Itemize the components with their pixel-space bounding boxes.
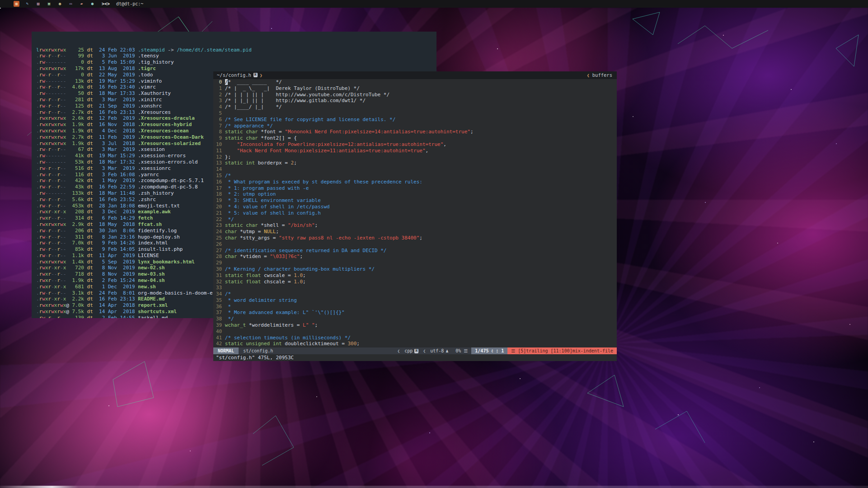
- file-size: 208: [72, 209, 84, 215]
- file-owner: dt: [87, 115, 93, 121]
- file-owner: dt: [87, 109, 93, 115]
- line-number: 9: [216, 135, 222, 141]
- permissions: .rwxrwxrwx@: [36, 309, 72, 315]
- code-line: 6/* See LICENSE file for copyright and l…: [216, 117, 617, 123]
- file-name: lynx_bookmarks.html: [138, 259, 195, 265]
- file-owner: dt: [87, 47, 93, 53]
- file-row: .rw-------0dt 5 Feb 15:09.tig_history: [36, 59, 432, 66]
- file-date: 14 Apr 2018: [99, 309, 135, 314]
- file-name: new-02.sh: [138, 265, 165, 271]
- permissions: .rw-------: [36, 59, 72, 66]
- line-number: 14: [216, 166, 222, 173]
- line-number: 17: [216, 185, 222, 192]
- buffers-label-group[interactable]: ❮ buffers: [587, 72, 617, 79]
- line-number: 12: [216, 154, 222, 160]
- file-size: 0: [72, 59, 84, 66]
- permissions: .rw-------: [36, 153, 72, 159]
- file-row: lrwxrwxrwx25dt24 Feb 22:03.steampid -> /…: [36, 47, 432, 53]
- file-size: 2.6k: [72, 115, 84, 122]
- line-number: 10: [216, 141, 222, 148]
- file-owner: dt: [87, 277, 93, 283]
- file-size: 7.5k: [72, 309, 84, 315]
- permissions: lrwxrwxrwx: [36, 47, 72, 53]
- file-name: ffcat.sh: [138, 221, 162, 227]
- file-owner: dt: [87, 197, 93, 202]
- file-owner: dt: [87, 153, 93, 159]
- editor-window-vim[interactable]: ~/s/config.h H ❯ ❮ buffers 0/* ____ ____…: [213, 71, 617, 361]
- file-size: 314: [72, 215, 84, 221]
- code-line: 31static float cwscale = 1.0;: [216, 272, 617, 279]
- file-name: .viminfo: [138, 78, 162, 84]
- code-line: 37 * More advanced example: L" `'\"()[]{…: [216, 310, 617, 316]
- code-line: 34/*: [216, 291, 617, 297]
- chart-icon[interactable]: ▤: [35, 1, 41, 7]
- file-name: example.awk: [138, 209, 171, 215]
- file-size: 516: [72, 165, 84, 172]
- vim-statusline: NORMAL st/config.h ❮ cpp H ❮ utf-8 ♟ 0% …: [213, 347, 617, 354]
- line-number: 34: [216, 291, 222, 297]
- file-date: 5 Sep 2019: [99, 259, 135, 265]
- apps-grid-icon[interactable]: ▦: [14, 1, 19, 7]
- symlink-target: /home/dt/.steam/steam.pid: [177, 47, 252, 53]
- code-area[interactable]: 0/* ____ _____ */1/* | _ \_ _| Derek Tay…: [213, 79, 617, 347]
- permissions: .rw-r--r--: [36, 165, 72, 172]
- permissions: .rw-r--r--: [36, 109, 72, 116]
- line-number: 30: [216, 266, 222, 272]
- file-size: 17k: [72, 66, 84, 72]
- file-name: .Xresources-Ocean-Dark: [138, 134, 204, 140]
- folder-icon[interactable]: ▰: [79, 1, 84, 7]
- code-line: 12};: [216, 154, 617, 160]
- file-name: .xsession: [138, 146, 165, 152]
- file-name: fidentify.log: [138, 228, 177, 234]
- code-line: 32static float chscale = 1.0;: [216, 279, 617, 285]
- file-date: 30 Jan 8:06: [99, 228, 135, 234]
- file-size: 41k: [72, 153, 84, 159]
- line-number: 32: [216, 279, 222, 285]
- line-number: 22: [216, 216, 222, 223]
- code-line: 42static unsigned int doubleclicktimeout…: [216, 341, 617, 347]
- permissions: .rw-------: [36, 190, 72, 197]
- camera-icon[interactable]: ◉: [57, 1, 63, 7]
- image-icon[interactable]: ▣: [46, 1, 52, 7]
- file-date: 11 Apr 2019: [99, 253, 135, 258]
- file-owner: dt: [87, 290, 93, 296]
- file-name: .Xresources-hybrid: [138, 122, 192, 127]
- filetype-segment: cpp H: [401, 347, 422, 354]
- file-size: 1.4k: [72, 259, 84, 265]
- file-owner: dt: [87, 159, 93, 165]
- statusline-filename: st/config.h: [239, 347, 277, 354]
- buffer-tab-config-h[interactable]: ~/s/config.h H ❯: [213, 72, 266, 79]
- file-name: .zsh_history: [138, 190, 174, 196]
- record-icon[interactable]: ●: [89, 1, 95, 7]
- file-date: 1 Dec 2019: [99, 284, 135, 290]
- pencil-icon[interactable]: ✎: [24, 1, 30, 7]
- file-name: .Xresources-solarized: [138, 141, 201, 146]
- file-owner: dt: [87, 141, 93, 146]
- file-date: 8 Nov 2019: [99, 265, 135, 271]
- file-owner: dt: [87, 284, 93, 290]
- file-owner: dt: [87, 178, 93, 183]
- file-name: report.xml: [138, 302, 168, 308]
- file-date: 3 Jul 2018: [99, 141, 135, 146]
- display-icon[interactable]: ▭: [68, 1, 74, 7]
- permissions: .rwxrwxrwx: [36, 66, 72, 72]
- file-owner: dt: [87, 84, 93, 90]
- code-line: 20 * 4: value of shell in /etc/passwd: [216, 204, 617, 210]
- file-size: 13k: [72, 78, 84, 84]
- code-line: 18 * 2: utmp option: [216, 191, 617, 197]
- file-owner: dt: [87, 72, 93, 78]
- file-name: .xsession-errors: [138, 153, 186, 159]
- code-line: 17 * 1: program passed with -e: [216, 185, 617, 192]
- permissions: .rwxrwxrwx: [36, 122, 72, 128]
- permissions: .rw-r--r--: [36, 178, 72, 184]
- line-number: 16: [216, 179, 222, 185]
- wallpaper-bottom-edge: [0, 486, 868, 488]
- file-owner: dt: [87, 209, 93, 215]
- code-line: 8static char *font = "Mononoki Nerd Font…: [216, 129, 617, 135]
- file-date: 3 Dec 2019: [99, 209, 135, 215]
- code-line: 7/* appearance */: [216, 123, 617, 129]
- file-date: 13 Aug 2018: [99, 66, 135, 71]
- file-size: 1.1k: [72, 253, 84, 259]
- file-owner: dt: [87, 146, 93, 152]
- code-line: 38 */: [216, 316, 617, 322]
